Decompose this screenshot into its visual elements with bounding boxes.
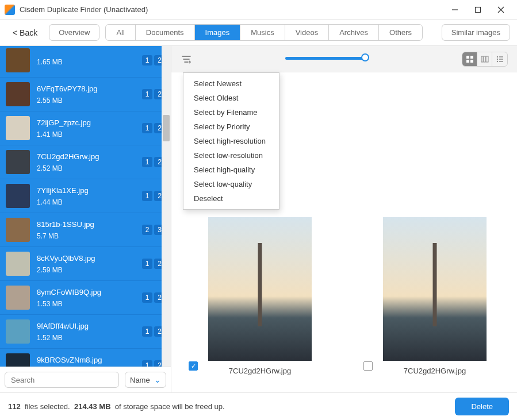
list-item[interactable]: 1.65 MB12 — [0, 46, 171, 78]
preview-gallery: Select NewestSelect OldestSelect by File… — [171, 72, 517, 392]
main-panel: Select NewestSelect OldestSelect by File… — [171, 46, 517, 392]
list-item[interactable]: 8ymCFoWIB9Q.jpg1.53 MB12 — [0, 281, 171, 315]
similar-images-button[interactable]: Similar images — [442, 24, 510, 41]
badge[interactable]: 1 — [142, 292, 153, 303]
tab-all[interactable]: All — [106, 25, 135, 40]
sort-select[interactable]: Name ⌄ — [125, 372, 166, 388]
thumbnail — [6, 353, 30, 367]
file-size: 1.53 MB — [37, 300, 135, 308]
select-checkbox[interactable] — [363, 361, 373, 371]
badge[interactable]: 1 — [142, 191, 153, 201]
list-item-text: 9fAfDff4wUI.jpg1.52 MB — [37, 322, 135, 342]
preview-item: 7CU2gd2HGrw.jpg — [363, 90, 487, 375]
view-mode-buttons — [462, 52, 508, 67]
tab-others[interactable]: Others — [379, 25, 422, 40]
preview-filename: 7CU2gd2HGrw.jpg — [229, 367, 291, 375]
freed-size-label: of storage space will be freed up. — [115, 402, 225, 411]
list-item[interactable]: 7YIljKla1XE.jpg1.44 MB12 — [0, 179, 171, 213]
tab-images[interactable]: Images — [195, 25, 241, 40]
badge[interactable]: 1 — [142, 360, 153, 367]
status-bar: 112 files selected. 214.43 MB of storage… — [0, 392, 517, 420]
list-item[interactable]: 8cKVyuQlbV8.jpg2.59 MB12 — [0, 247, 171, 281]
list-item[interactable]: 9kBROSvZNm8.jpg2.05 MB12 — [0, 349, 171, 367]
file-name: 815r1b-1SSU.jpg — [37, 220, 135, 229]
preview-filename: 7CU2gd2HGrw.jpg — [404, 367, 466, 375]
file-size: 2.52 MB — [37, 164, 135, 172]
list-item-text: 9kBROSvZNm8.jpg2.05 MB — [37, 356, 135, 367]
list-view-button[interactable] — [492, 52, 507, 66]
app-logo-icon — [5, 5, 15, 15]
badge[interactable]: 1 — [142, 89, 153, 99]
preview-card[interactable]: 7CU2gd2HGrw.jpg — [208, 217, 312, 375]
menu-item-deselect[interactable]: Deselect — [183, 191, 279, 206]
menu-item-select-low-resolution[interactable]: Select low-resolution — [183, 148, 279, 163]
badge[interactable]: 1 — [142, 123, 153, 133]
sort-label: Name — [130, 376, 150, 384]
delete-button[interactable]: Delete — [455, 398, 509, 415]
file-name: 8cKVyuQlbV8.jpg — [37, 254, 135, 263]
file-size: 1.44 MB — [37, 198, 135, 206]
file-name: 72ijGP_zpzc.jpg — [37, 118, 135, 127]
menu-item-select-low-quality[interactable]: Select low-quality — [183, 177, 279, 191]
thumbnail-size-slider[interactable] — [285, 57, 366, 61]
svg-point-13 — [497, 60, 498, 61]
menu-item-select-high-resolution[interactable]: Select high-resolution — [183, 134, 279, 148]
file-size: 1.41 MB — [37, 130, 135, 138]
search-input[interactable] — [5, 372, 119, 388]
badge[interactable]: 1 — [142, 326, 153, 337]
file-size: 1.65 MB — [37, 58, 135, 66]
file-name: 9fAfDff4wUI.jpg — [37, 322, 135, 330]
preview-card[interactable]: 7CU2gd2HGrw.jpg — [383, 217, 487, 375]
thumbnail — [6, 184, 30, 208]
back-button[interactable]: < Back — [7, 26, 43, 40]
chevron-down-icon: ⌄ — [154, 375, 161, 384]
list-item-text: 1.65 MB — [37, 55, 135, 66]
badge[interactable]: 1 — [142, 157, 153, 167]
selection-context-menu: Select NewestSelect OldestSelect by File… — [183, 72, 279, 210]
maximize-button[interactable] — [466, 0, 489, 19]
menu-item-select-high-quality[interactable]: Select high-quality — [183, 163, 279, 177]
list-item-text: 7YIljKla1XE.jpg1.44 MB — [37, 186, 135, 206]
thumbnail — [6, 319, 30, 344]
scrollbar[interactable] — [162, 46, 171, 367]
grid-view-button[interactable] — [462, 52, 477, 66]
menu-item-select-by-priority[interactable]: Select by Priority — [183, 120, 279, 134]
list-item[interactable]: 6VFqT6vPY78.jpg2.55 MB12 — [0, 78, 171, 111]
tab-documents[interactable]: Documents — [136, 25, 195, 40]
sidebar: 1.65 MB126VFqT6vPY78.jpg2.55 MB1272ijGP_… — [0, 46, 171, 392]
file-name: 7CU2gd2HGrw.jpg — [37, 152, 135, 161]
file-list[interactable]: 1.65 MB126VFqT6vPY78.jpg2.55 MB1272ijGP_… — [0, 46, 171, 367]
svg-point-12 — [497, 58, 498, 59]
menu-item-select-oldest[interactable]: Select Oldest — [183, 91, 279, 105]
svg-rect-10 — [486, 56, 488, 62]
minimize-button[interactable] — [443, 0, 466, 19]
svg-rect-5 — [470, 56, 473, 59]
list-item[interactable]: 9fAfDff4wUI.jpg1.52 MB12 — [0, 315, 171, 349]
list-item[interactable]: 815r1b-1SSU.jpg5.7 MB23 — [0, 213, 171, 247]
tab-musics[interactable]: Musics — [240, 25, 285, 40]
badge[interactable]: 1 — [142, 259, 153, 269]
svg-rect-6 — [466, 60, 469, 63]
menu-item-select-by-filename[interactable]: Select by Filename — [183, 105, 279, 120]
overview-button[interactable]: Overview — [49, 24, 99, 41]
thumbnail — [6, 218, 30, 242]
file-name: 8ymCFoWIB9Q.jpg — [37, 288, 135, 296]
tab-archives[interactable]: Archives — [329, 25, 379, 40]
thumbnail — [6, 150, 30, 174]
close-button[interactable] — [489, 0, 512, 19]
menu-item-select-newest[interactable]: Select Newest — [183, 76, 279, 91]
filter-icon[interactable] — [181, 53, 192, 65]
select-checkbox[interactable]: ✓ — [189, 361, 198, 371]
badge[interactable]: 2 — [142, 225, 153, 235]
sidebar-footer: Name ⌄ — [0, 367, 171, 392]
badge[interactable]: 1 — [142, 55, 153, 65]
thumbnail — [6, 286, 30, 310]
list-item[interactable]: 7CU2gd2HGrw.jpg2.52 MB12 — [0, 145, 171, 179]
selected-count: 112 — [8, 402, 21, 411]
scrollbar-thumb[interactable] — [163, 115, 170, 141]
list-item[interactable]: 72ijGP_zpzc.jpg1.41 MB12 — [0, 111, 171, 145]
list-item-text: 8ymCFoWIB9Q.jpg1.53 MB — [37, 288, 135, 308]
tab-videos[interactable]: Videos — [285, 25, 330, 40]
list-item-text: 6VFqT6vPY78.jpg2.55 MB — [37, 84, 135, 105]
column-view-button[interactable] — [477, 52, 492, 66]
